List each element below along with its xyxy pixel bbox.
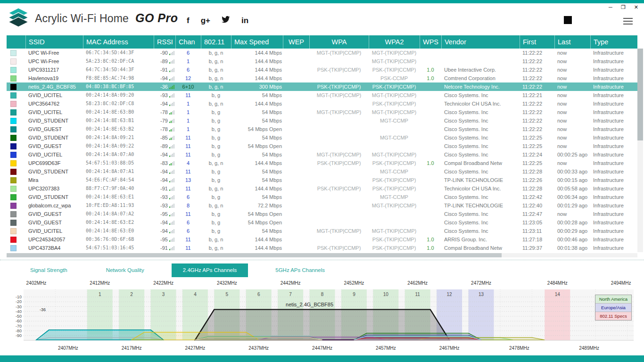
standard-cell: b, g xyxy=(201,193,231,201)
wpa2-cell: PSK-(TKIP|CCMP) xyxy=(369,176,420,184)
wpa-cell: MGT-(TKIP|CCMP) xyxy=(309,49,369,57)
column-header-max-speed[interactable]: Max Speed xyxy=(231,35,283,49)
google-plus-icon[interactable]: g+ xyxy=(201,16,210,25)
table-row[interactable]: GVID_UCITEL00:24:14:8A:09:20-9311b, g54 … xyxy=(7,91,637,99)
network-color-cell xyxy=(7,184,25,193)
type-cell: Infrastructure xyxy=(590,159,637,167)
table-row[interactable]: GVID_GUEST00:24:14:8E:63:E2-946b, g54 Mb… xyxy=(7,218,637,227)
tab-signal-strength[interactable]: Signal Strength xyxy=(19,263,79,277)
max-speed-cell: 54 Mbps xyxy=(231,91,283,99)
last-seen-cell: 00:01:29 ago xyxy=(554,201,590,210)
first-seen-cell: 11:22:21 xyxy=(520,91,554,99)
table-row[interactable]: UPC931121764:7C:34:5D:44:3F-916b, g, n14… xyxy=(7,66,637,74)
table-row[interactable]: UPC356476258:23:8C:02:DF:C8-941b, g, n14… xyxy=(7,99,637,108)
wps-cell xyxy=(420,167,441,176)
table-row[interactable]: GVID_GUEST00:24:14:8A:07:A2-9511b, g54 M… xyxy=(7,210,637,218)
color-swatch xyxy=(10,67,17,73)
wep-cell xyxy=(283,82,309,91)
network-color-cell xyxy=(7,150,25,159)
column-header-rssi[interactable]: RSSI xyxy=(154,35,175,49)
last-seen-cell: now xyxy=(554,82,590,91)
table-row[interactable]: GVID_STUDENT00:24:14:8A:09:21-8511b, g54… xyxy=(7,133,637,142)
horizontal-scrollbar[interactable] xyxy=(7,253,637,257)
table-row[interactable]: GVID_STUDENT00:24:14:8E:63:E1-936b, g54 … xyxy=(7,193,637,201)
minimize-button[interactable]: ─ xyxy=(609,4,612,10)
tab-2-4ghz-aps-channels[interactable]: 2.4GHz APs Channels xyxy=(172,263,248,277)
table-row[interactable]: UPC24534205700:36:76:0D:6F:6B-9511b, g, … xyxy=(7,235,637,244)
table-row[interactable]: UPC699D63F54:67:51:03:88:D5-834b, g, n14… xyxy=(7,159,637,167)
table-row[interactable]: Mira54:E6:FC:AF:84:54-9413b, g54 MbpsPSK… xyxy=(7,176,637,184)
rssi-cell: -83 xyxy=(154,159,175,167)
first-seen-cell: 11:22:22 xyxy=(520,108,554,116)
go-pro-button[interactable]: GO Pro xyxy=(135,11,178,25)
stop-scan-button[interactable] xyxy=(564,16,572,24)
signal-strength-icon xyxy=(169,110,174,115)
table-row-selected[interactable]: netis_2.4G_BCBF8504:8D:38:BC:BF:85-366+1… xyxy=(7,82,637,91)
column-header-chan[interactable]: Chan xyxy=(175,35,201,49)
channel-cell: 8 xyxy=(175,201,201,210)
channel-number: 11 xyxy=(415,292,421,297)
linkedin-icon[interactable]: in xyxy=(241,16,248,25)
wep-cell xyxy=(283,193,309,201)
standard-cell: b, g xyxy=(201,116,231,125)
column-header-wpa2[interactable]: WPA2 xyxy=(369,35,420,49)
table-row[interactable]: GVID_UCITEL00:24:14:8E:63:B0-781b, g54 M… xyxy=(7,108,637,116)
network-color-cell xyxy=(7,218,25,227)
table-row[interactable]: UPC Wi-Free06:7C:34:5D:44:3F-906b, g, n1… xyxy=(7,49,637,57)
y-axis-label: -60 xyxy=(16,319,22,323)
column-header-mac-address[interactable]: MAC Address xyxy=(83,35,154,49)
max-speed-cell: 72.2 Mbps xyxy=(231,201,283,210)
table-row[interactable]: UPC Wi-Free5A:23:8C:02:DF:CA-891b, g, n1… xyxy=(7,57,637,66)
rssi-cell: -85 xyxy=(154,133,175,142)
column-header-ssid[interactable]: SSID xyxy=(25,35,83,49)
vertical-scrollbar[interactable] xyxy=(637,49,643,252)
wep-cell xyxy=(283,57,309,66)
table-row[interactable]: UPC320738388:F7:C7:9F:0A:40-9111b, g, n1… xyxy=(7,184,637,193)
vertical-scrollbar-thumb[interactable] xyxy=(637,49,643,140)
close-button[interactable]: ✕ xyxy=(634,4,638,10)
app-logo-icon xyxy=(8,8,29,29)
twitter-icon[interactable] xyxy=(222,16,230,25)
ssid-cell: GVID_GUEST xyxy=(25,125,83,133)
table-row[interactable]: GVID_UCITEL00:24:14:8A:07:A0-9411b, g54 … xyxy=(7,150,637,159)
column-header-vendor[interactable]: Vendor xyxy=(441,35,520,49)
network-color-cell xyxy=(7,66,25,74)
table-row[interactable]: UPC4373BA454:67:51:03:16:45-9111b, g, n1… xyxy=(7,244,637,252)
channel-cell: 11 xyxy=(175,184,201,193)
hamburger-menu-icon[interactable] xyxy=(623,18,633,26)
restore-button[interactable]: ❐ xyxy=(621,4,626,10)
wpa-cell: MGT-(TKIP|CCMP) xyxy=(309,227,369,235)
max-speed-cell: 144.4 Mbps xyxy=(231,66,283,74)
horizontal-scrollbar-thumb[interactable] xyxy=(7,253,502,257)
wpa-cell: MGT-(TKIP|CCMP) xyxy=(309,150,369,159)
tab-network-quality[interactable]: Network Quality xyxy=(95,263,156,277)
signal-UPC4373BA4 xyxy=(354,336,481,340)
column-header-wep[interactable]: WEP xyxy=(283,35,309,49)
table-row[interactable]: Havlenova19F8:8E:85:AC:74:98-9412b, g, n… xyxy=(7,74,637,82)
column-header-wpa[interactable]: WPA xyxy=(309,35,369,49)
table-row[interactable]: GVID_STUDENT00:24:14:8E:63:B1-791b, g54 … xyxy=(7,116,637,125)
signal-strength-icon xyxy=(169,246,174,250)
wps-cell xyxy=(420,227,441,235)
color-swatch xyxy=(10,126,17,132)
column-header-wps[interactable]: WPS xyxy=(420,35,441,49)
rssi-cell: -94 xyxy=(154,74,175,82)
ssid-cell: globalcom.cz_wpa xyxy=(25,201,83,210)
facebook-icon[interactable]: f xyxy=(187,16,190,25)
column-header-type[interactable]: Type xyxy=(590,35,637,49)
table-row[interactable]: GVID_GUEST00:24:14:8E:63:B2-781b, g54 Mb… xyxy=(7,125,637,133)
table-row[interactable]: GVID_STUDENT00:24:14:8A:07:A1-9411b, g54… xyxy=(7,167,637,176)
standard-cell: b, g, n xyxy=(201,99,231,108)
color-swatch xyxy=(10,169,17,175)
column-header-last[interactable]: Last xyxy=(554,35,590,49)
max-speed-cell: 54 Mbps Open xyxy=(231,125,283,133)
wpa-cell xyxy=(309,176,369,184)
table-row[interactable]: GVID_UCITEL00:24:14:8E:63:E0-946b, g54 M… xyxy=(7,227,637,235)
table-row[interactable]: GVID_GUEST00:24:14:8A:09:22-8911b, g54 M… xyxy=(7,142,637,150)
last-seen-cell: now xyxy=(554,210,590,218)
column-header-802-11[interactable]: 802.11 xyxy=(201,35,231,49)
table-row[interactable]: globalcom.cz_wpa10:FE:ED:A8:11:93-938b, … xyxy=(7,201,637,210)
tab-5ghz-aps-channels[interactable]: 5GHz APs Channels xyxy=(264,263,336,277)
column-header-first[interactable]: First xyxy=(520,35,554,49)
standard-cell: b, g xyxy=(201,210,231,218)
